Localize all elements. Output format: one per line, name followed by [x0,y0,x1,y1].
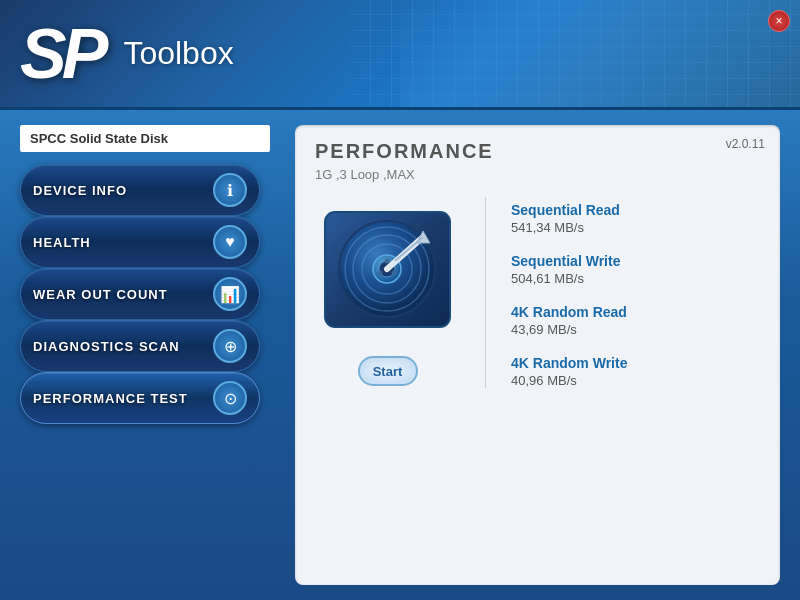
metric-4k-rand-write: 4K Random Write40,96 MB/s [511,355,760,388]
svg-point-8 [392,271,397,276]
hdd-illustration: Start [315,197,460,357]
start-button-wrap: Start [315,356,460,386]
nav-btn-label-device-info: DEVICE INFO [33,183,127,198]
svg-point-7 [385,259,390,264]
nav-btn-icon-health: ♥ [213,225,247,259]
metric-seq-write: Sequential Write504,61 MB/s [511,253,760,286]
version-label: v2.0.11 [726,137,765,151]
device-label: SPCC Solid State Disk [20,125,270,152]
nav-btn-diagnostics-scan[interactable]: DIAGNOSTICS SCAN⊕ [20,320,260,372]
nav-btn-icon-wear-out-count: 📊 [213,277,247,311]
nav-buttons: DEVICE INFOℹHEALTH♥WEAR OUT COUNT📊DIAGNO… [20,164,270,424]
nav-btn-label-health: HEALTH [33,235,91,250]
metric-value-seq-read: 541,34 MB/s [511,220,760,235]
nav-btn-icon-device-info: ℹ [213,173,247,207]
metric-value-4k-rand-read: 43,69 MB/s [511,322,760,337]
performance-body: Start Sequential Read541,34 MB/sSequenti… [315,197,760,388]
nav-btn-performance-test[interactable]: PERFORMANCE TEST⊙ [20,372,260,424]
metric-4k-rand-read: 4K Random Read43,69 MB/s [511,304,760,337]
sidebar: SPCC Solid State Disk DEVICE INFOℹHEALTH… [0,110,285,600]
app-header: SP Toolbox × [0,0,800,110]
logo-sp: SP [20,19,103,89]
vertical-divider [485,197,486,388]
performance-subtitle: 1G ,3 Loop ,MAX [315,167,760,182]
logo-toolbox: Toolbox [123,35,233,72]
main-body: SPCC Solid State Disk DEVICE INFOℹHEALTH… [0,110,800,600]
metric-label-seq-write: Sequential Write [511,253,760,269]
metrics-panel: Sequential Read541,34 MB/sSequential Wri… [511,197,760,388]
performance-title: PERFORMANCE [315,140,760,163]
nav-btn-device-info[interactable]: DEVICE INFOℹ [20,164,260,216]
nav-btn-icon-performance-test: ⊙ [213,381,247,415]
metric-value-4k-rand-write: 40,96 MB/s [511,373,760,388]
metric-label-4k-rand-read: 4K Random Read [511,304,760,320]
metric-label-seq-read: Sequential Read [511,202,760,218]
nav-btn-health[interactable]: HEALTH♥ [20,216,260,268]
content-panel: v2.0.11 PERFORMANCE 1G ,3 Loop ,MAX [295,125,780,585]
nav-btn-wear-out-count[interactable]: WEAR OUT COUNT📊 [20,268,260,320]
metric-seq-read: Sequential Read541,34 MB/s [511,202,760,235]
start-button[interactable]: Start [358,356,418,386]
metric-value-seq-write: 504,61 MB/s [511,271,760,286]
nav-btn-label-wear-out-count: WEAR OUT COUNT [33,287,168,302]
metric-label-4k-rand-write: 4K Random Write [511,355,760,371]
svg-point-9 [378,271,383,276]
nav-btn-label-performance-test: PERFORMANCE TEST [33,391,188,406]
nav-btn-icon-diagnostics-scan: ⊕ [213,329,247,363]
close-button[interactable]: × [768,10,790,32]
hdd-svg [315,197,460,347]
header-circuit-decoration [350,0,800,110]
nav-btn-label-diagnostics-scan: DIAGNOSTICS SCAN [33,339,180,354]
